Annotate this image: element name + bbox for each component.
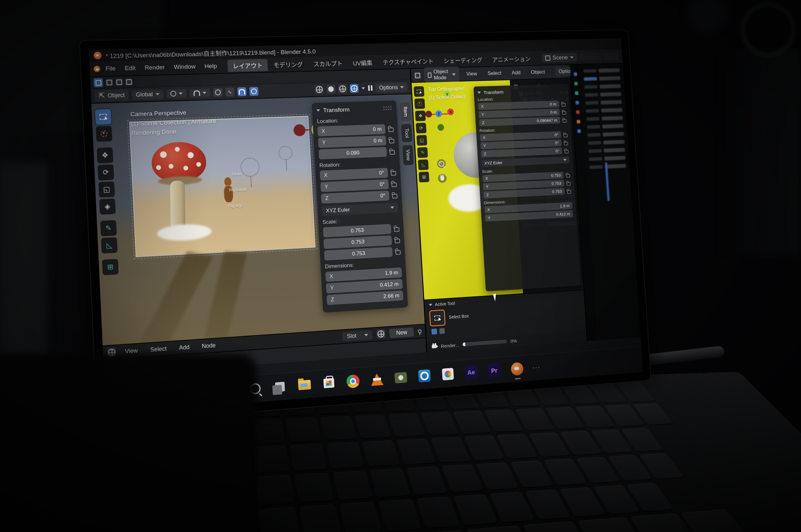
pin-icon[interactable] <box>418 329 422 334</box>
tab-tool[interactable]: Tool <box>401 124 413 142</box>
property-row[interactable] <box>584 76 620 81</box>
tool-cursor[interactable] <box>414 98 425 109</box>
snap-dropdown[interactable] <box>189 89 210 97</box>
task-view-button[interactable] <box>271 378 289 396</box>
object-mode-dropdown[interactable]: Object Mode <box>424 66 460 82</box>
property-row[interactable] <box>589 156 626 161</box>
rotation-mode-dropdown[interactable]: XYZ Euler <box>322 203 398 216</box>
menu-edit[interactable]: Edit <box>121 63 140 73</box>
unlock-icon[interactable] <box>388 128 394 132</box>
location-z-field[interactable]: Z0.090447 m <box>479 117 560 126</box>
menu-help[interactable]: Help <box>201 61 221 71</box>
select-mode-set-icon[interactable] <box>94 78 103 87</box>
tab-animation[interactable]: アニメーション <box>487 53 535 65</box>
rotation-x-field[interactable]: X0° <box>320 168 388 180</box>
render-tab-icon[interactable] <box>574 82 578 86</box>
tool-option-icon[interactable] <box>439 328 445 334</box>
tab-texture-paint[interactable]: テクスチャペイント <box>377 55 438 68</box>
tool-annotate[interactable]: ✎ <box>100 220 117 236</box>
unlock-icon[interactable] <box>392 183 397 187</box>
options-dropdown[interactable]: Options <box>375 82 408 93</box>
object-tab-icon[interactable] <box>577 120 580 124</box>
view-layer-field[interactable] <box>579 53 602 61</box>
slot-dropdown[interactable]: Slot <box>342 330 372 341</box>
tool-add-cube[interactable]: ⊞ <box>102 259 119 276</box>
output-tab-icon[interactable] <box>575 91 579 95</box>
blender-taskbar-button[interactable] <box>509 360 525 378</box>
unlock-icon[interactable] <box>394 227 400 232</box>
select-mode-extend-icon[interactable] <box>106 79 113 86</box>
blender-menu-icon[interactable] <box>94 65 101 72</box>
property-row[interactable] <box>584 84 621 89</box>
proportional-toggle-icon[interactable] <box>249 87 258 96</box>
comp-menu-node[interactable]: Node <box>198 340 220 352</box>
collapse-icon[interactable] <box>477 92 481 94</box>
drag-handle-icon[interactable]: •••••••• <box>383 106 393 111</box>
location-z-field[interactable]: 0.090 <box>318 147 387 159</box>
comp-menu-add[interactable]: Add <box>175 342 194 353</box>
unlock-icon[interactable] <box>564 134 568 137</box>
transform-orientation-dropdown[interactable]: Global <box>132 89 163 100</box>
editor-type-icon[interactable] <box>414 72 421 79</box>
tool-transform[interactable]: ◈ <box>99 198 116 215</box>
unlock-icon[interactable] <box>389 139 394 143</box>
select-box-tool-icon[interactable] <box>429 309 446 327</box>
gizmo-neg-x-handle[interactable] <box>425 111 432 117</box>
falloff-curve-icon[interactable]: ∿ <box>225 88 234 97</box>
unlock-icon[interactable] <box>567 190 571 194</box>
location-x-field[interactable]: X0 m <box>317 124 386 136</box>
taskbar-overflow[interactable]: ··· <box>532 363 541 372</box>
select-mode-subtract-icon[interactable] <box>115 78 123 86</box>
outlook-button[interactable] <box>416 367 433 385</box>
menu-file[interactable]: File <box>102 63 120 73</box>
scale-x-field[interactable]: 0.753 <box>323 224 392 237</box>
tool-tab-icon[interactable] <box>574 72 577 76</box>
tab-shading[interactable]: シェーディング <box>439 54 488 66</box>
gizmo-z-handle[interactable]: Z <box>436 110 442 117</box>
comp-menu-select[interactable]: Select <box>146 343 171 355</box>
viewport-3d[interactable]: Camera Perspective (1) Scene Collection … <box>91 94 425 345</box>
tool-add-cube[interactable]: ⊞ <box>419 172 429 183</box>
proportional-edit-icon[interactable] <box>213 88 222 97</box>
w2-menu-object[interactable]: Object <box>527 68 549 77</box>
shading-mode-icon[interactable] <box>350 84 359 93</box>
scale-z-field[interactable]: 0.753 <box>324 247 393 260</box>
property-row[interactable] <box>586 108 623 113</box>
property-row[interactable] <box>585 100 622 105</box>
zoom-button[interactable] <box>437 159 446 168</box>
unlock-icon[interactable] <box>390 150 395 155</box>
scale-y-field[interactable]: 0.753 <box>324 235 392 249</box>
w2-menu-view[interactable]: View <box>463 70 481 78</box>
tool-select-box[interactable] <box>95 109 111 125</box>
world-icon[interactable] <box>377 329 385 339</box>
select-mode-invert-icon[interactable] <box>125 78 133 86</box>
new-button[interactable]: New <box>389 327 414 338</box>
tab-modeling[interactable]: モデリング <box>268 58 308 71</box>
tool-move[interactable]: ✥ <box>415 111 426 121</box>
tool-rotate[interactable]: ⟳ <box>98 165 114 180</box>
xray-icon[interactable] <box>338 84 347 93</box>
unlock-icon[interactable] <box>563 119 567 122</box>
location-x-field[interactable]: X0 m <box>478 101 559 110</box>
snap-toggle-icon[interactable] <box>237 87 247 96</box>
tool-cursor[interactable] <box>96 126 112 142</box>
unlock-icon[interactable] <box>395 239 400 244</box>
scene-selector[interactable]: Scene <box>542 53 577 62</box>
property-row[interactable] <box>588 140 624 145</box>
menu-window[interactable]: Window <box>169 61 199 72</box>
tool-measure[interactable]: ◺ <box>101 237 117 253</box>
tool-measure[interactable]: ◺ <box>418 159 429 170</box>
unlock-icon[interactable] <box>564 150 568 153</box>
show-gizmo-icon[interactable] <box>315 85 324 94</box>
gizmo-neg-y-handle[interactable] <box>437 124 444 131</box>
rotation-z-field[interactable]: Z0° <box>321 190 389 204</box>
tab-layout[interactable]: レイアウト <box>227 59 268 72</box>
unlock-icon[interactable] <box>562 111 566 115</box>
tool-scale[interactable]: ◱ <box>98 181 115 197</box>
tab-uv-editing[interactable]: UV編集 <box>348 56 378 69</box>
tool-select-box[interactable] <box>414 86 424 97</box>
world-tab-icon[interactable] <box>576 110 580 114</box>
microsoft-store-button[interactable] <box>321 375 338 392</box>
vlc-button[interactable] <box>369 371 385 388</box>
tool-move[interactable]: ✥ <box>97 147 113 163</box>
